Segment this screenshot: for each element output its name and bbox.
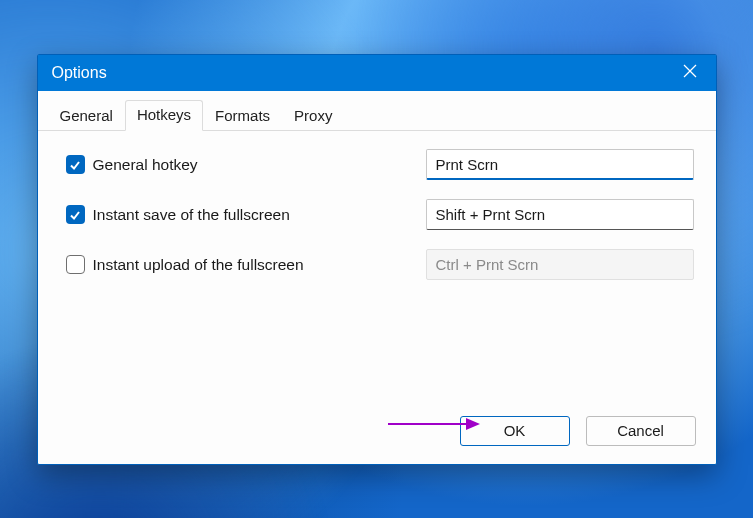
- checkbox-general-hotkey[interactable]: General hotkey: [66, 155, 426, 174]
- cancel-button[interactable]: Cancel: [586, 416, 696, 446]
- checkbox-instant-upload[interactable]: Instant upload of the fullscreen: [66, 255, 426, 274]
- dialog-footer: OK Cancel: [38, 416, 716, 464]
- window-title: Options: [52, 64, 107, 82]
- options-dialog: Options General Hotkeys Formats Proxy Ge…: [37, 54, 717, 465]
- checkbox-label: Instant save of the fullscreen: [93, 206, 290, 224]
- tab-content: General hotkey Instant save of the fulls…: [38, 131, 716, 416]
- tab-formats[interactable]: Formats: [203, 101, 282, 131]
- checkbox-label: Instant upload of the fullscreen: [93, 256, 304, 274]
- row-instant-save: Instant save of the fullscreen: [66, 199, 694, 231]
- tab-proxy[interactable]: Proxy: [282, 101, 344, 131]
- checkmark-icon: [66, 155, 85, 174]
- tab-hotkeys[interactable]: Hotkeys: [125, 100, 203, 131]
- close-button[interactable]: [676, 59, 704, 87]
- checkbox-empty-icon: [66, 255, 85, 274]
- row-general-hotkey: General hotkey: [66, 149, 694, 181]
- checkbox-label: General hotkey: [93, 156, 198, 174]
- close-icon: [683, 64, 697, 82]
- titlebar: Options: [38, 55, 716, 91]
- checkmark-icon: [66, 205, 85, 224]
- tab-bar: General Hotkeys Formats Proxy: [38, 91, 716, 131]
- hotkey-input-instant-upload: [426, 249, 694, 280]
- row-instant-upload: Instant upload of the fullscreen: [66, 249, 694, 281]
- tab-general[interactable]: General: [48, 101, 125, 131]
- hotkey-input-instant-save[interactable]: [426, 199, 694, 230]
- checkbox-instant-save[interactable]: Instant save of the fullscreen: [66, 205, 426, 224]
- hotkey-input-general[interactable]: [426, 149, 694, 180]
- ok-button[interactable]: OK: [460, 416, 570, 446]
